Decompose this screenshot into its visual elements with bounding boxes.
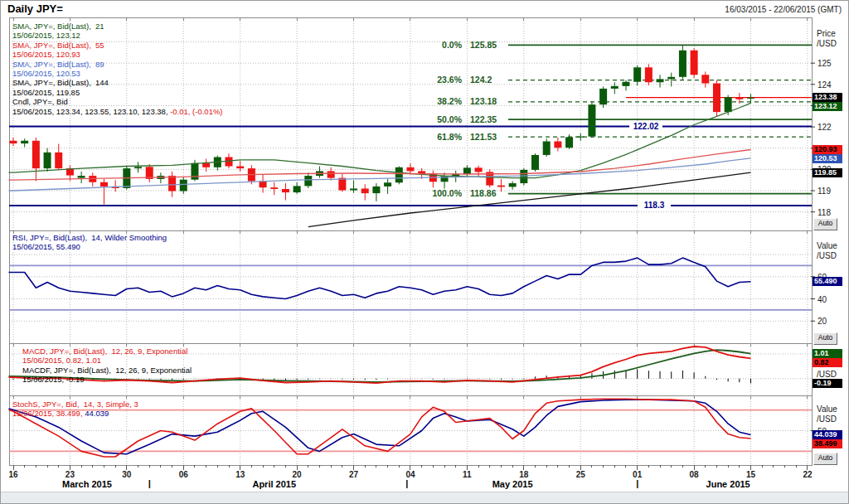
candle	[633, 67, 641, 81]
candle	[236, 167, 244, 169]
candle	[441, 176, 449, 182]
fib-price-label: 122.35	[470, 114, 497, 124]
sma-line-sma-21	[9, 103, 751, 177]
support-label: 118.3	[644, 201, 665, 210]
candle	[78, 176, 85, 178]
sma-line-sma-144	[308, 172, 751, 226]
candle	[531, 155, 539, 170]
candle	[520, 170, 527, 183]
candle	[691, 51, 698, 75]
candle	[10, 141, 17, 143]
chart-graphics: 0.0%125.8523.6%124.238.2%123.1850.0%122.…	[1, 1, 849, 494]
candle	[622, 82, 629, 86]
auto-scale-button[interactable]: Auto	[813, 453, 837, 465]
candle	[475, 167, 483, 172]
candle	[701, 75, 709, 83]
candle	[294, 186, 301, 192]
candle	[327, 171, 335, 177]
candle	[577, 137, 585, 138]
candle	[191, 163, 198, 180]
candle	[713, 84, 720, 113]
fib-pct-label: 100.0%	[432, 188, 462, 198]
candle	[554, 142, 561, 148]
auto-scale-button[interactable]: Auto	[813, 218, 837, 230]
sma-line-sma-55	[9, 150, 751, 181]
fib-pct-label: 61.8%	[437, 132, 462, 142]
status-strip	[1, 492, 848, 503]
candle	[588, 104, 595, 136]
candle	[463, 167, 471, 174]
fib-price-label: 123.18	[470, 96, 497, 106]
candle	[338, 178, 346, 191]
fib-price-label: 118.86	[470, 188, 497, 198]
rsi-line	[9, 258, 751, 298]
candle	[168, 176, 176, 191]
candle	[361, 188, 369, 193]
candle	[55, 153, 62, 168]
candle	[735, 97, 743, 99]
candle	[134, 167, 142, 168]
sma-line-sma-89	[9, 158, 751, 191]
candle	[565, 137, 573, 148]
candle	[32, 141, 40, 168]
fib-price-label: 125.85	[470, 40, 497, 50]
fib-pct-label: 23.6%	[437, 75, 462, 85]
macd-line	[9, 346, 751, 383]
fib-pct-label: 0.0%	[442, 40, 463, 50]
fib-price-label: 124.2	[470, 75, 492, 85]
candle	[202, 163, 210, 167]
candle	[406, 167, 414, 172]
candle	[543, 142, 551, 155]
candle	[44, 153, 51, 168]
candle	[725, 97, 732, 112]
candle	[645, 67, 653, 82]
stoch-d-line	[9, 400, 751, 454]
candle	[679, 51, 686, 77]
candle	[599, 89, 607, 104]
auto-scale-button[interactable]: Auto	[813, 332, 837, 345]
candle	[657, 79, 664, 82]
candle	[611, 86, 619, 89]
candle	[100, 182, 108, 187]
chart-canvas[interactable]: 0.0%125.8523.6%124.238.2%123.1850.0%122.…	[1, 1, 849, 494]
candle	[667, 77, 675, 80]
candle	[21, 141, 28, 143]
candle	[497, 186, 505, 187]
candle	[282, 189, 289, 192]
chart-window: Daily JPY= 16/03/2015 - 22/06/2015 (GMT)…	[0, 0, 849, 504]
candle	[350, 188, 357, 190]
candle	[747, 98, 754, 99]
candle	[304, 176, 312, 186]
candle	[384, 182, 391, 187]
stoch-k-line	[9, 399, 751, 457]
fib-price-label: 121.53	[470, 132, 497, 142]
support-label: 122.02	[633, 122, 659, 131]
candle	[180, 180, 187, 191]
candle	[509, 183, 517, 187]
candle	[395, 167, 403, 182]
candle	[270, 187, 278, 189]
fib-pct-label: 50.0%	[437, 114, 462, 124]
candle	[260, 181, 267, 187]
candle	[372, 187, 380, 193]
fib-pct-label: 38.2%	[437, 96, 462, 106]
